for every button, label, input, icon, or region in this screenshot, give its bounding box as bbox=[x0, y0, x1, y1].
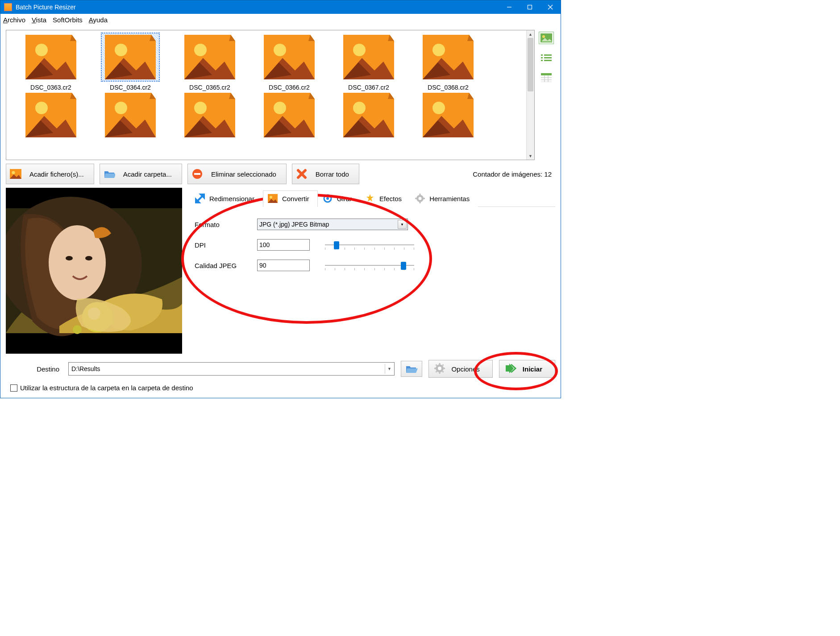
start-label: Iniciar bbox=[523, 365, 542, 373]
clear-all-button[interactable]: Borrar todo bbox=[292, 164, 359, 184]
thumbnail-item[interactable]: DSC_0367.cr2 bbox=[333, 33, 404, 91]
format-select[interactable]: JPG (*.jpg) JPEG Bitmap ▼ bbox=[257, 219, 408, 230]
thumbnail-item[interactable] bbox=[254, 91, 325, 139]
thumbnail-item[interactable] bbox=[15, 91, 87, 139]
use-folder-label: Utilizar la estructura de la carpeta en … bbox=[20, 384, 193, 392]
svg-rect-55 bbox=[423, 198, 425, 199]
dpi-label: DPI bbox=[195, 241, 257, 249]
add-files-button[interactable]: Acadir fichero(s)... bbox=[6, 164, 94, 184]
picture-icon bbox=[268, 194, 278, 203]
image-file-icon bbox=[101, 33, 159, 81]
quality-label: Calidad JPEG bbox=[195, 262, 257, 269]
svg-point-10 bbox=[35, 102, 48, 114]
thumbnail-item[interactable] bbox=[174, 91, 245, 139]
svg-rect-54 bbox=[415, 198, 417, 199]
no-entry-icon bbox=[191, 169, 203, 179]
svg-point-7 bbox=[274, 44, 286, 56]
start-button[interactable]: Iniciar bbox=[499, 360, 555, 378]
view-list-button[interactable] bbox=[539, 52, 553, 64]
svg-point-49 bbox=[326, 197, 329, 200]
thumbnail-item[interactable] bbox=[412, 91, 484, 139]
tab-tools[interactable]: Herramientas bbox=[410, 190, 478, 207]
menu-archivo[interactable]: Archivo bbox=[3, 16, 25, 24]
minimize-button[interactable] bbox=[499, 0, 520, 14]
thumbnail-item[interactable] bbox=[333, 91, 404, 139]
tab-resize-label: Redimensionar bbox=[209, 195, 254, 202]
svg-rect-59 bbox=[439, 372, 441, 374]
tab-rotate[interactable]: Girar bbox=[318, 190, 360, 207]
preview-pane bbox=[6, 188, 182, 354]
tab-convert-label: Convertir bbox=[282, 195, 309, 202]
thumbnail-item[interactable]: DSC_0366.cr2 bbox=[254, 33, 325, 91]
tab-effects-label: Efectos bbox=[379, 195, 402, 202]
thumbnail-scrollbar[interactable]: ▲ ▼ bbox=[526, 30, 534, 160]
titlebar[interactable]: Batch Picture Resizer bbox=[0, 0, 561, 14]
wand-icon bbox=[365, 194, 375, 203]
thumbnail-item[interactable]: DSC_0368.cr2 bbox=[412, 33, 484, 91]
svg-rect-61 bbox=[443, 368, 445, 369]
dpi-input[interactable]: 100 bbox=[257, 239, 310, 251]
svg-rect-53 bbox=[420, 202, 421, 203]
svg-point-44 bbox=[73, 325, 82, 334]
svg-rect-23 bbox=[544, 60, 552, 61]
picture-icon bbox=[10, 169, 21, 179]
thumbnail-item[interactable]: DSC_0364.cr2 bbox=[95, 33, 166, 91]
thumbnail-item[interactable]: DSC_0365.cr2 bbox=[174, 33, 245, 91]
tab-resize[interactable]: Redimensionar bbox=[190, 190, 263, 207]
tab-convert[interactable]: Convertir bbox=[263, 190, 318, 207]
window-title: Batch Picture Resizer bbox=[16, 4, 76, 11]
dpi-slider[interactable] bbox=[325, 240, 414, 250]
resize-icon bbox=[195, 194, 205, 203]
use-folder-checkbox[interactable] bbox=[10, 384, 17, 392]
svg-rect-18 bbox=[541, 54, 543, 56]
svg-point-13 bbox=[274, 102, 286, 114]
menu-ayuda[interactable]: Ayuda bbox=[89, 16, 108, 24]
thumbnail-item[interactable]: DSC_0363.cr2 bbox=[15, 33, 87, 91]
quality-slider[interactable] bbox=[325, 260, 414, 271]
image-file-icon bbox=[181, 91, 239, 139]
menu-vista[interactable]: Vista bbox=[32, 16, 46, 24]
menu-softorbits[interactable]: SoftOrbits bbox=[53, 16, 83, 24]
gear-icon bbox=[415, 194, 425, 203]
add-folder-button[interactable]: Acadir carpeta... bbox=[100, 164, 182, 184]
svg-point-6 bbox=[194, 44, 207, 56]
format-value: JPG (*.jpg) JPEG Bitmap bbox=[259, 221, 329, 228]
svg-point-41 bbox=[85, 256, 92, 260]
image-file-icon bbox=[260, 91, 318, 139]
maximize-button[interactable] bbox=[520, 0, 540, 14]
dest-label: Destino bbox=[6, 365, 62, 373]
options-button[interactable]: Opciones bbox=[428, 360, 492, 378]
tab-tools-label: Herramientas bbox=[429, 195, 470, 202]
tab-effects[interactable]: Efectos bbox=[360, 190, 410, 207]
close-button[interactable] bbox=[540, 0, 561, 14]
app-window: Batch Picture Resizer Archivo Vista Soft… bbox=[0, 0, 561, 398]
play-icon bbox=[505, 363, 516, 375]
view-details-button[interactable] bbox=[539, 72, 553, 83]
folder-open-icon bbox=[104, 169, 115, 179]
thumbnail-list[interactable]: DSC_0363.cr2 DSC_0364.cr2 DSC_0365.cr2 D… bbox=[6, 30, 535, 160]
x-icon bbox=[296, 169, 308, 179]
thumbnail-label: DSC_0364.cr2 bbox=[95, 84, 166, 91]
svg-rect-52 bbox=[420, 194, 421, 195]
quality-input[interactable]: 90 bbox=[257, 260, 310, 271]
thumbnail-label: DSC_0365.cr2 bbox=[174, 84, 245, 91]
chevron-down-icon: ▼ bbox=[385, 364, 393, 374]
svg-point-17 bbox=[542, 35, 545, 38]
svg-point-15 bbox=[432, 102, 445, 114]
svg-point-14 bbox=[353, 102, 366, 114]
remove-selected-button[interactable]: Eliminar seleccionado bbox=[187, 164, 287, 184]
image-file-icon bbox=[101, 91, 159, 139]
browse-folder-button[interactable] bbox=[401, 361, 422, 377]
image-file-icon bbox=[22, 33, 80, 81]
thumbnail-item[interactable] bbox=[95, 91, 166, 139]
dest-combo[interactable]: D:\Results ▼ bbox=[68, 362, 395, 376]
add-files-label: Acadir fichero(s)... bbox=[29, 170, 84, 178]
svg-point-40 bbox=[66, 256, 73, 260]
view-thumbnails-button[interactable] bbox=[539, 32, 554, 44]
svg-point-51 bbox=[419, 197, 422, 200]
svg-point-8 bbox=[353, 44, 366, 56]
tab-bar: Redimensionar Convertir Girar Efectos bbox=[190, 188, 555, 207]
image-counter: Contador de imágenes: 12 bbox=[473, 170, 555, 178]
svg-point-31 bbox=[12, 171, 15, 174]
image-file-icon bbox=[22, 91, 80, 139]
